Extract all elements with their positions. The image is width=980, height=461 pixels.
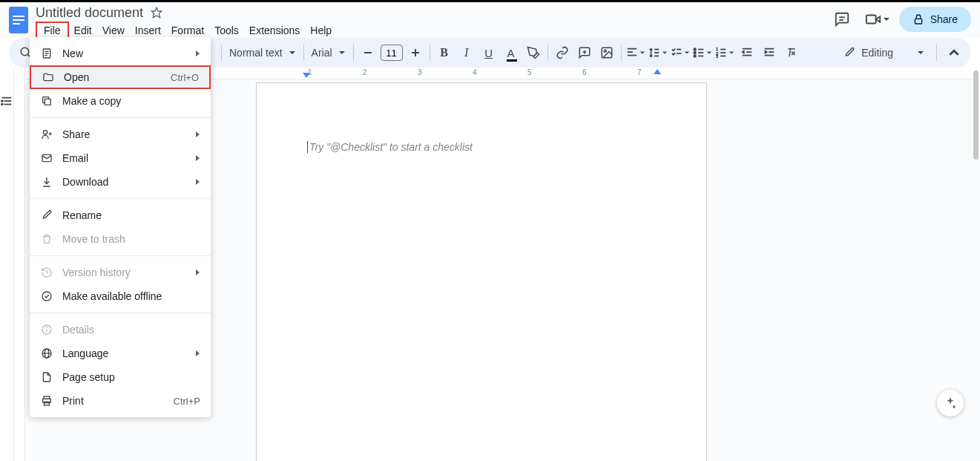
paragraph-styles-select[interactable]: Normal text (225, 47, 300, 59)
font-size-control (357, 42, 427, 64)
title-area: Untitled document File Edit View Insert … (36, 5, 337, 39)
document-title[interactable]: Untitled document (36, 5, 143, 21)
menu-item-version-history[interactable]: Version history (30, 261, 211, 284)
star-icon[interactable] (151, 7, 162, 19)
toolbar-separator (936, 45, 937, 61)
font-size-input[interactable] (381, 45, 403, 61)
history-icon (40, 267, 53, 278)
highlight-color-button[interactable] (522, 42, 545, 64)
insert-link-button[interactable] (551, 42, 573, 64)
svg-point-58 (47, 327, 47, 328)
pen-icon (40, 209, 53, 221)
page-icon (40, 371, 53, 383)
menu-item-download[interactable]: Download (30, 170, 211, 194)
line-spacing-button[interactable] (647, 42, 669, 64)
svg-point-51 (43, 131, 47, 134)
file-dropdown-menu: New Open Ctrl+O Make a copy Share Email … (30, 37, 211, 417)
svg-point-27 (694, 55, 696, 57)
bulleted-list-button[interactable] (691, 42, 714, 64)
menu-item-open[interactable]: Open Ctrl+O (30, 65, 211, 89)
svg-point-65 (953, 405, 955, 408)
toolbar-separator (221, 45, 222, 61)
menu-item-page-setup[interactable]: Page setup (30, 365, 211, 389)
submenu-arrow-icon (194, 131, 200, 138)
underline-button[interactable]: U (478, 42, 500, 64)
increase-font-size-button[interactable] (404, 42, 427, 64)
share-button[interactable]: Share (899, 7, 971, 32)
menu-item-email[interactable]: Email (30, 146, 211, 170)
menu-item-move-to-trash[interactable]: Move to trash (30, 227, 211, 251)
submenu-arrow-icon (194, 154, 200, 162)
copy-icon (40, 95, 53, 107)
menu-item-make-a-copy[interactable]: Make a copy (30, 89, 211, 113)
menu-help[interactable]: Help (305, 22, 337, 39)
clear-formatting-button[interactable] (780, 42, 803, 64)
outline-icon[interactable] (1, 96, 13, 108)
title-row: Untitled document (36, 5, 337, 20)
toolbar-separator (430, 45, 430, 61)
insert-image-button[interactable] (596, 42, 618, 64)
document-icon (40, 48, 53, 59)
menu-item-share[interactable]: Share (30, 122, 211, 146)
editing-mode-button[interactable]: Editing (838, 47, 930, 59)
checklist-button[interactable] (669, 42, 691, 64)
comment-history-icon[interactable] (828, 5, 856, 33)
hide-menus-button[interactable] (943, 42, 965, 64)
download-icon (40, 176, 53, 188)
submenu-arrow-icon (194, 269, 200, 276)
menu-item-details[interactable]: Details (30, 318, 211, 341)
svg-text:3: 3 (715, 54, 717, 59)
vertical-scrollbar[interactable] (973, 71, 979, 160)
meet-icon[interactable] (864, 5, 892, 33)
globe-icon (40, 347, 53, 359)
print-icon (40, 395, 53, 407)
person-plus-icon (40, 128, 53, 140)
svg-point-25 (694, 52, 696, 54)
toolbar-separator (547, 45, 548, 61)
increase-indent-button[interactable] (758, 42, 780, 64)
pencil-icon (843, 47, 855, 59)
menu-tools[interactable]: Tools (209, 22, 244, 39)
menu-item-print[interactable]: Print Ctrl+P (30, 389, 211, 413)
menu-separator (30, 117, 211, 118)
svg-rect-50 (45, 99, 50, 105)
svg-point-45 (1, 104, 3, 105)
italic-button[interactable]: I (456, 42, 478, 64)
bold-button[interactable]: B (433, 42, 456, 64)
header-right: Share (828, 5, 971, 33)
lock-icon (912, 13, 924, 25)
svg-point-23 (694, 48, 696, 50)
toolbar-separator (303, 45, 304, 61)
svg-point-6 (21, 48, 29, 56)
share-label: Share (930, 13, 958, 25)
folder-icon (42, 71, 55, 83)
add-comment-button[interactable] (573, 42, 596, 64)
document-page[interactable]: Try "@Checklist" to start a checklist (256, 82, 707, 461)
align-button[interactable] (625, 42, 647, 64)
numbered-list-button[interactable]: 123 (714, 42, 736, 64)
decrease-font-size-button[interactable] (357, 42, 379, 64)
text-color-button[interactable]: A (500, 42, 522, 64)
placeholder-text: Try "@Checklist" to start a checklist (307, 141, 656, 153)
docs-logo-icon[interactable] (9, 7, 28, 33)
menu-extensions[interactable]: Extensions (244, 22, 305, 39)
explore-fab[interactable] (937, 390, 964, 416)
menu-item-new[interactable]: New (30, 42, 211, 65)
menu-item-language[interactable]: Language (30, 341, 211, 365)
menu-item-rename[interactable]: Rename (30, 203, 211, 227)
vertical-ruler[interactable] (13, 68, 25, 461)
toolbar-separator (353, 45, 354, 61)
shortcut-label: Ctrl+P (174, 396, 200, 407)
svg-rect-5 (915, 19, 921, 24)
font-select[interactable]: Arial (307, 47, 350, 59)
submenu-arrow-icon (194, 350, 200, 357)
left-indent-marker[interactable] (303, 73, 310, 78)
mail-icon (40, 152, 53, 164)
left-rail (0, 68, 13, 461)
menu-separator (30, 313, 211, 313)
menu-item-make-available-offline[interactable]: Make available offline (30, 284, 211, 308)
right-indent-marker[interactable] (654, 69, 661, 74)
menu-separator (30, 255, 211, 256)
decrease-indent-button[interactable] (736, 42, 758, 64)
svg-rect-3 (866, 16, 875, 24)
